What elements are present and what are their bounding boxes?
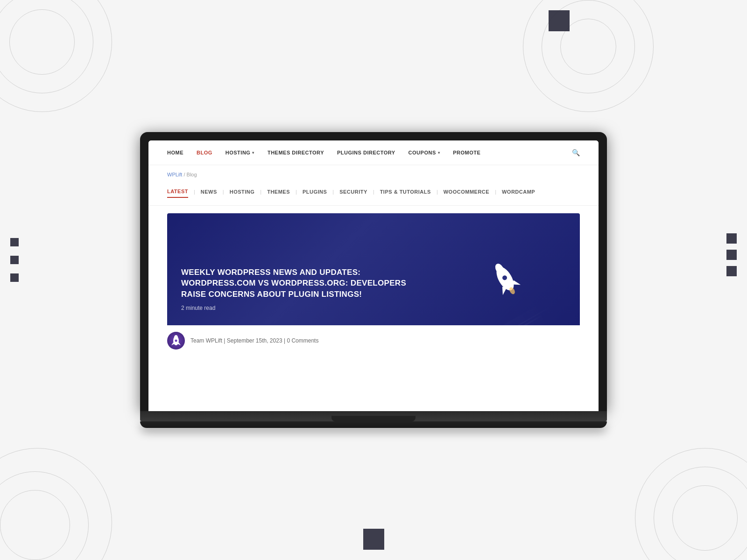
laptop-bottom <box>140 421 607 428</box>
tab-divider-5: | <box>332 189 334 195</box>
post-date: September 15th, 2023 <box>227 337 282 344</box>
tab-plugins[interactable]: PLUGINS <box>303 186 327 197</box>
tab-security[interactable]: SECURITY <box>339 186 367 197</box>
tab-divider-3: | <box>260 189 261 195</box>
tab-tips[interactable]: TIPS & TUTORIALS <box>380 186 431 197</box>
coupons-dropdown-arrow: ▾ <box>438 151 440 155</box>
tab-wordcamp[interactable]: WORDCAMP <box>502 186 535 197</box>
rocket-icon <box>479 253 530 304</box>
tab-divider-6: | <box>373 189 374 195</box>
nav-plugins-directory[interactable]: PLUGINS DIRECTORY <box>337 150 395 155</box>
featured-post-read-time: 2 minute read <box>181 305 433 311</box>
laptop-screen: HOME BLOG HOSTING ▾ THEMES DIRECTORY PLU… <box>148 140 599 411</box>
featured-text-area: WEEKLY WORDPRESS NEWS AND UPDATES: WORDP… <box>181 267 433 311</box>
tab-divider-4: | <box>296 189 297 195</box>
tab-divider-1: | <box>194 189 195 195</box>
post-meta: Team WPLift | September 15th, 2023 | 0 C… <box>167 325 580 350</box>
featured-post-card[interactable]: WEEKLY WORDPRESS NEWS AND UPDATES: WORDP… <box>167 213 580 350</box>
tab-hosting[interactable]: HOSTING <box>230 186 255 197</box>
laptop-container: HOME BLOG HOSTING ▾ THEMES DIRECTORY PLU… <box>140 132 607 428</box>
svg-point-7 <box>174 335 178 340</box>
nav-hosting[interactable]: HOSTING ▾ <box>226 150 254 155</box>
breadcrumb: WPLift / Blog <box>148 165 599 182</box>
nav-themes-directory[interactable]: THEMES DIRECTORY <box>268 150 324 155</box>
tab-divider-7: | <box>437 189 438 195</box>
post-meta-text: Team WPLift | September 15th, 2023 | 0 C… <box>190 337 318 344</box>
tab-divider-8: | <box>495 189 496 195</box>
laptop-bezel: HOME BLOG HOSTING ▾ THEMES DIRECTORY PLU… <box>140 132 607 411</box>
nav-blog[interactable]: BLOG <box>197 150 212 155</box>
search-icon[interactable]: 🔍 <box>572 149 580 156</box>
tab-news[interactable]: NEWS <box>201 186 217 197</box>
nav-coupons[interactable]: COUPONS ▾ <box>409 150 440 155</box>
author-avatar <box>167 332 185 350</box>
svg-point-10 <box>175 340 177 342</box>
hosting-dropdown-arrow: ▾ <box>252 151 254 155</box>
tab-themes[interactable]: THEMES <box>267 186 290 197</box>
post-comments: 0 Comments <box>287 337 318 344</box>
navigation: HOME BLOG HOSTING ▾ THEMES DIRECTORY PLU… <box>148 140 599 165</box>
featured-post-title: WEEKLY WORDPRESS NEWS AND UPDATES: WORDP… <box>181 267 433 300</box>
website-content: HOME BLOG HOSTING ▾ THEMES DIRECTORY PLU… <box>148 140 599 411</box>
tab-woocommerce[interactable]: WOOCOMMERCE <box>444 186 489 197</box>
breadcrumb-current: Blog <box>187 172 197 177</box>
nav-promote[interactable]: PROMOTE <box>453 150 480 155</box>
nav-home[interactable]: HOME <box>167 150 183 155</box>
laptop-base <box>140 411 607 421</box>
tab-divider-2: | <box>223 189 224 195</box>
avatar-rocket-icon <box>169 334 183 347</box>
tab-latest[interactable]: LATEST <box>167 186 188 198</box>
category-tabs: LATEST | NEWS | HOSTING | THEMES | PLUGI… <box>148 182 599 206</box>
post-author: Team WPLift <box>190 337 222 344</box>
featured-post-image: WEEKLY WORDPRESS NEWS AND UPDATES: WORDP… <box>167 213 580 325</box>
breadcrumb-home[interactable]: WPLift <box>167 172 182 177</box>
